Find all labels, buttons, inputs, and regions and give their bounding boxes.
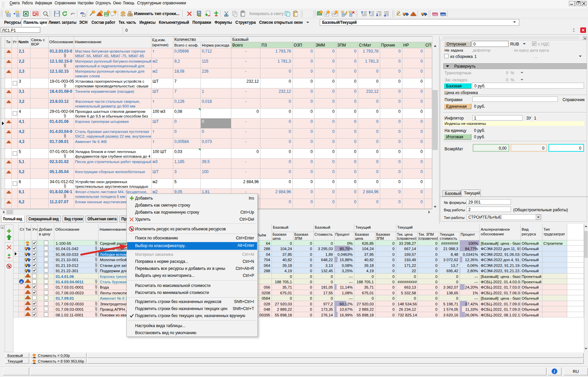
svg-text:Структурные справочники: Структурные справочники [137,1,186,5]
svg-text:Объектная смета: Объектная смета [87,217,117,221]
svg-text:*: * [83,14,84,17]
svg-text:Состав работ: Состав работ [92,20,115,25]
svg-text:Изменить тип строки...: Изменить тип строки... [134,11,179,16]
svg-text:Сокращенный вид: Сокращенный вид [28,217,59,221]
svg-text:Поправки: Поправки [192,20,211,25]
svg-text:Структура: Структура [235,20,256,25]
svg-text:д: д [20,280,22,284]
svg-text:Список открытых окон: Список открытых окон [259,20,303,25]
svg-text:*: * [93,11,94,13]
svg-text:Полный вид: Полный вид [3,217,22,221]
svg-text:PDF: PDF [33,12,38,14]
svg-text:*: * [114,11,115,13]
svg-text:V: V [130,227,133,231]
svg-text:Ресурсы: Ресурсы [4,20,21,25]
svg-text:*: * [328,11,329,13]
svg-text:Информация: Информация [35,1,52,5]
svg-text:Отдохнуть: Отдохнуть [96,1,111,5]
svg-text:*: * [336,11,337,13]
svg-text:ЭСН: ЭСН [79,20,87,25]
svg-text:Помощь: Помощь [123,1,134,5]
svg-text:Индексы: Индексы [139,20,156,25]
svg-text:*: * [101,11,102,13]
svg-text:Формулы: Формулы [215,20,232,25]
svg-text:Копировать в смету: Копировать в смету [249,11,284,16]
svg-text:Лимит. затраты: Лимит. затраты [49,20,76,25]
svg-text:*: * [320,11,321,13]
svg-text:Справочники: Справочники [55,1,76,5]
svg-text:*: * [108,11,109,13]
svg-text:Настройки: Настройки [78,1,94,5]
svg-text:Панель цен: Панель цен [23,20,47,25]
svg-text:Конъюнктурный: Конъюнктурный [159,20,189,25]
svg-text:Вид строки: Вид строки [64,217,83,221]
svg-text:Работа: Работа [22,1,33,5]
svg-text:Базовый/Текущий: Базовый/Текущий [322,20,357,25]
svg-text:Окно: Окно [113,1,121,5]
svg-text:Смета: Смета [10,1,20,5]
svg-text:Тех. часть: Тех. часть [119,20,136,25]
svg-text:V: V [8,265,10,268]
